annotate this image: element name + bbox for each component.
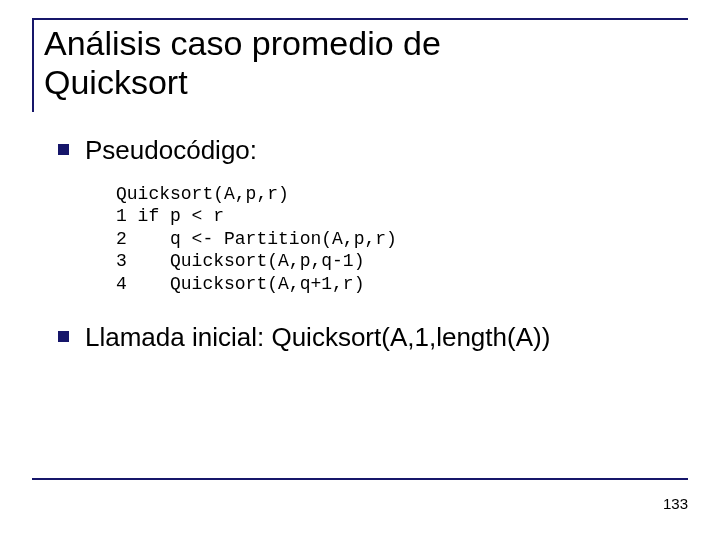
code-line: 2 q <- Partition(A,p,r) — [116, 229, 397, 249]
bullet-text: Pseudocódigo: — [85, 134, 257, 167]
slide-title: Análisis caso promedio de Quicksort — [44, 24, 692, 102]
title-block: Análisis caso promedio de Quicksort — [32, 20, 692, 112]
page-number: 133 — [663, 495, 688, 512]
bullet-item: Llamada inicial: Quicksort(A,1,length(A)… — [58, 321, 682, 354]
bullet-item: Pseudocódigo: — [58, 134, 682, 167]
slide: Análisis caso promedio de Quicksort Pseu… — [0, 0, 720, 540]
bullet-square-icon — [58, 144, 69, 155]
bottom-rule — [32, 478, 688, 480]
pseudocode-block: Quicksort(A,p,r) 1 if p < r 2 q <- Parti… — [116, 183, 682, 296]
code-line: 4 Quicksort(A,q+1,r) — [116, 274, 364, 294]
bullet-text: Llamada inicial: Quicksort(A,1,length(A)… — [85, 321, 550, 354]
bullet-square-icon — [58, 331, 69, 342]
slide-body: Pseudocódigo: Quicksort(A,p,r) 1 if p < … — [28, 134, 692, 354]
code-line: 3 Quicksort(A,p,q-1) — [116, 251, 364, 271]
title-line-1: Análisis caso promedio de — [44, 24, 441, 62]
code-line: Quicksort(A,p,r) — [116, 184, 289, 204]
title-line-2: Quicksort — [44, 63, 188, 101]
code-line: 1 if p < r — [116, 206, 224, 226]
